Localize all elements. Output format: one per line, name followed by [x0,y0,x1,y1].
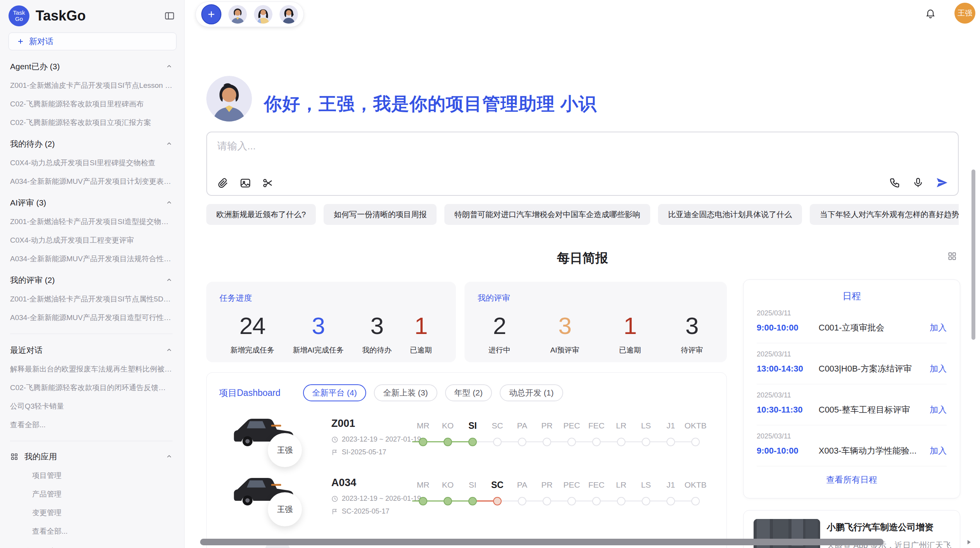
sidebar-item-cloud-space[interactable]: 我的云空间 [10,546,173,548]
suggestion-chips: 欧洲新规最近颁布了什么? 如何写一份清晰的项目周报 特朗普可能对进口汽车增税会对… [206,204,959,225]
stat-value: 3 [681,313,703,338]
sidebar-item[interactable]: Z001-全新燃油皮卡产品开发项目SI节点Lesson Learn报告 [10,80,173,91]
sidebar-item[interactable]: A034-全新新能源MUV产品开发项目法规符合性评审 [10,254,173,264]
agent-avatar-3[interactable] [279,5,298,24]
scroll-right-arrow-icon[interactable] [965,538,973,546]
collapse-sidebar-icon[interactable] [164,10,175,21]
stat: 24新增完成任务 [230,313,274,355]
recent-chat-item[interactable]: 解释最新出台的欧盟报废车法规再生塑料比例被调至15%... [10,364,173,374]
project-dates: 2023-12-19 ~ 2027-01-19 [331,435,421,444]
suggestion-chip[interactable]: 比亚迪全固态电池计划具体说了什么 [658,204,802,225]
project-flag: SC-2025-05-17 [331,507,389,515]
recent-chat-item[interactable]: C02-飞腾新能源轻客改款项目的闭环通告反馈情况 [10,383,173,393]
stat-row: 2进行中 3AI预评审 1已逾期 3待评审 [478,313,714,355]
view-all-schedule-link[interactable]: 查看所有日程 [757,474,947,486]
stat-label: 新增完成任务 [230,345,274,355]
phone-call-icon[interactable] [889,177,901,188]
image-upload-icon[interactable] [240,177,251,189]
sidebar-item[interactable]: Z001-全新燃油轻卡产品开发项目SI节点属性5D文件评审 [10,294,173,304]
join-link[interactable]: 加入 [930,322,947,334]
sidebar-item[interactable]: C02-飞腾新能源轻客改款项目里程碑画布 [10,99,173,109]
project-code: A034 [331,477,356,489]
app-item-product-mgmt[interactable]: 产品管理 [32,489,173,499]
milestone-dot-pending [567,497,576,505]
sidebar-item[interactable]: A034-全新新能源MUV产品开发项目计划变更表编写 [10,176,173,187]
notification-bell-icon[interactable] [925,8,936,19]
sidebar-item[interactable]: C0X4-动力总成开发项目工程变更评审 [10,235,173,245]
send-icon[interactable] [935,176,948,189]
section-header-my-review[interactable]: 我的评审 (2) [10,275,173,286]
add-agent-button[interactable] [201,4,221,24]
logo-line2: Go [15,16,23,22]
agent-avatar-2[interactable] [254,5,272,24]
milestone-dot-pending [642,497,650,505]
chevron-up-icon [166,453,173,460]
card-title: 任务进度 [219,293,443,303]
schedule-title: 日程 [757,290,947,302]
sidebar-item[interactable]: Z001-全新燃油轻卡产品开发项目SI造型提交物评审 [10,217,173,227]
section-header-my-todo[interactable]: 我的待办 (2) [10,139,173,149]
app-item-change-mgmt[interactable]: 变更管理 [32,508,173,518]
schedule-entry: 2025/03/11 13:00-14:30 C003|H0B-方案冻结评审 加… [757,343,947,384]
vertical-scrollbar[interactable] [971,170,975,340]
scissors-icon[interactable] [262,177,274,189]
suggestion-chip[interactable]: 欧洲新规最近颁布了什么? [206,204,316,225]
section-header-agent-done[interactable]: Agent已办 (3) [10,61,173,72]
task-progress-card: 任务进度 24新增完成任务 3新增AI完成任务 3我的待办 1已逾期 [206,282,456,362]
chevron-up-icon [166,347,173,354]
suggestion-chip[interactable]: 如何写一份清晰的项目周报 [324,204,437,225]
stat-value: 24 [230,313,274,338]
sidebar-divider [10,441,173,441]
milestone-dot-pending [518,438,526,446]
chevron-up-icon [166,277,173,284]
sidebar-item-my-apps[interactable]: 我的应用 [10,451,173,462]
flag-icon [331,508,338,515]
entry-title: C001-立项审批会 [819,322,930,334]
section-label: 最近对话 [10,345,166,356]
project-row: 王强 A034 2023-12-19 ~ 2026-01-19 SC-2025-… [207,456,726,524]
stat-row: 24新增完成任务 3新增AI完成任务 3我的待办 1已逾期 [219,313,443,355]
sidebar-item[interactable]: A034-全新新能源MUV产品开发项目造型可行性评审 [10,313,173,323]
milestone-dot-pending [518,497,526,505]
milestone-dot-pending [691,497,700,505]
chat-input[interactable] [217,139,875,163]
section-header-ai-review[interactable]: AI评审 (3) [10,197,173,208]
new-chat-label: 新对话 [29,36,53,47]
attachment-icon[interactable] [217,177,229,189]
entry-title: C003|H0B-方案冻结评审 [819,363,930,375]
chevron-up-icon [166,199,173,206]
recent-view-all[interactable]: 查看全部... [10,420,173,430]
flag-icon [331,449,338,456]
layout-grid-icon[interactable] [947,251,957,261]
suggestion-chip[interactable]: 当下年轻人对汽车外观有怎样的喜好趋势 [810,204,959,225]
clock-icon [331,495,338,502]
entry-time: 9:00-10:00 [757,446,813,456]
my-apps-label: 我的应用 [24,451,160,462]
schedule-entry: 2025/03/11 9:00-10:00 C001-立项审批会 加入 [757,302,947,343]
suggestion-chip[interactable]: 特朗普可能对进口汽车增税会对中国车企造成哪些影响 [444,204,650,225]
briefing-title: 每日简报 [206,250,959,267]
briefing-header: 每日简报 [206,250,959,267]
stat-label: 已逾期 [410,345,432,355]
new-chat-button[interactable]: 新对话 [9,33,176,50]
apps-view-all[interactable]: 查看全部... [32,526,173,536]
join-link[interactable]: 加入 [930,404,947,416]
entry-time: 10:30-11:30 [757,405,813,415]
agent-avatar-1[interactable] [228,5,247,24]
chat-input-card [206,132,959,196]
sidebar-scroll: Agent已办 (3) Z001-全新燃油皮卡产品开发项目SI节点Lesson … [0,61,184,548]
horizontal-scrollbar[interactable] [200,539,884,545]
microphone-icon[interactable] [912,177,924,188]
sidebar-item[interactable]: C0X4-动力总成开发项目SI里程碑提交物检查 [10,158,173,168]
project-flag: SI-2025-05-17 [331,448,386,456]
recent-chat-item[interactable]: 公司Q3轻卡销量 [10,401,173,411]
join-link[interactable]: 加入 [930,363,947,375]
section-header-recent[interactable]: 最近对话 [10,345,173,356]
app-item-project-mgmt[interactable]: 项目管理 [32,471,173,481]
user-avatar[interactable]: 王强 [954,3,975,24]
join-link[interactable]: 加入 [930,445,947,457]
milestone-dot-done [419,497,427,505]
sidebar-item[interactable]: C02-飞腾新能源轻客改款项目立项汇报方案 [10,118,173,128]
milestone-track: MR KO SI SC PA PR PEC FEC LR LS J1 OKTB [411,420,708,446]
milestone: OKTB [683,420,708,446]
